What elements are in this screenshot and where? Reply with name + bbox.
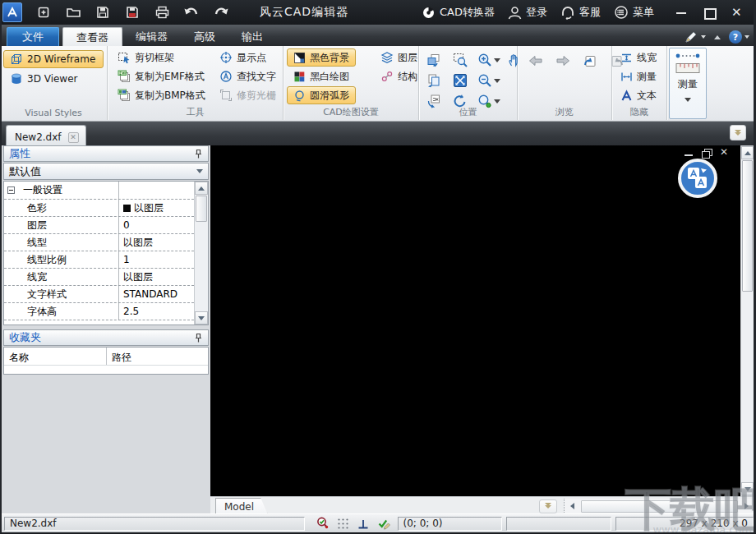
tab-file[interactable]: 文件 xyxy=(7,27,59,46)
canvas-scroll-left-button[interactable] xyxy=(565,499,579,513)
button-text-hide[interactable]: 文本 xyxy=(614,86,663,104)
group-cad-settings: 黑色背景 黑白绘图 圆滑弧形 图层 结构 CAD绘图设置 xyxy=(284,46,419,120)
print-icon[interactable] xyxy=(154,4,170,21)
property-row-linetype[interactable]: 线型 以图层 xyxy=(4,234,194,251)
button-trim-raster[interactable]: 修剪光栅 xyxy=(213,86,283,104)
previous-view-icon[interactable] xyxy=(580,51,600,71)
zoom-fit-icon[interactable] xyxy=(450,71,470,90)
tab-output[interactable]: 输出 xyxy=(228,27,276,46)
save-icon[interactable] xyxy=(94,4,111,21)
object-snap-icon[interactable] xyxy=(316,517,330,530)
tab-editor[interactable]: 编辑器 xyxy=(122,27,181,46)
login-button[interactable]: 登录 xyxy=(505,5,551,20)
scroll-down-button[interactable] xyxy=(195,311,208,325)
canvas-hscroll-thumb[interactable] xyxy=(581,500,738,513)
button-line-width[interactable]: 线宽 xyxy=(614,48,663,67)
mdi-restore-icon[interactable] xyxy=(702,148,712,158)
grid-snap-icon[interactable] xyxy=(337,518,349,530)
status-filename: New2.dxf xyxy=(4,517,305,531)
browse-back-icon[interactable] xyxy=(526,51,546,71)
measure-panel-button[interactable]: 测量 xyxy=(669,48,707,119)
new-file-icon[interactable] xyxy=(35,4,52,21)
button-find-text[interactable]: 查找文字 xyxy=(213,67,283,85)
document-tab-close-icon[interactable] xyxy=(68,132,79,143)
properties-scrollbar[interactable] xyxy=(194,182,208,325)
cad-converter-button[interactable]: CAD转换器 xyxy=(418,5,498,20)
minimize-button[interactable] xyxy=(675,7,687,18)
property-row-layer[interactable]: 图层 0 xyxy=(4,217,194,234)
canvas-scroll-right-button[interactable] xyxy=(740,499,754,513)
measure-panel-caret[interactable] xyxy=(685,98,691,102)
model-sheet-tab[interactable]: Model xyxy=(215,498,268,515)
group-label-position: 位置 xyxy=(419,106,517,118)
mdi-minimize-icon[interactable] xyxy=(684,148,694,158)
pin-icon[interactable] xyxy=(194,149,203,159)
properties-preset-combo[interactable]: 默认值 xyxy=(3,163,209,180)
tab-viewer[interactable]: 查看器 xyxy=(62,27,122,46)
button-2d-wireframe[interactable]: 2D Wireframe xyxy=(3,50,104,68)
tab-list-chevron-button[interactable] xyxy=(730,125,746,140)
button-layers[interactable]: 图层 xyxy=(374,48,424,67)
button-black-background[interactable]: 黑色背景 xyxy=(287,48,356,67)
status-empty-cell xyxy=(506,517,611,531)
help-icon[interactable] xyxy=(729,30,749,44)
customize-pencil-icon[interactable] xyxy=(685,30,706,44)
document-tab[interactable]: New2.dxf xyxy=(6,125,86,145)
button-measure-hide[interactable]: 测量 xyxy=(614,67,663,85)
save-as-pdf-icon[interactable] xyxy=(124,4,141,21)
button-cut-frame[interactable]: 剪切框架 xyxy=(111,48,181,67)
menu-button[interactable]: 菜单 xyxy=(611,5,657,20)
pin-icon[interactable] xyxy=(194,333,203,343)
support-button[interactable]: 客服 xyxy=(557,5,604,20)
status-bar: New2.dxf (0; 0; 0) 297 x 210 x 0 xyxy=(2,513,754,532)
redo-icon[interactable] xyxy=(213,4,229,21)
favorites-col-name[interactable]: 名称 xyxy=(4,348,107,365)
scrollbar-thumb[interactable] xyxy=(196,196,207,222)
maximize-button[interactable] xyxy=(703,7,715,18)
tab-advanced[interactable]: 高级 xyxy=(181,27,228,46)
canvas-vertical-scrollbar[interactable] xyxy=(740,145,754,496)
canvas-vscroll-thumb[interactable] xyxy=(742,160,753,292)
ortho-mode-icon[interactable] xyxy=(357,518,370,530)
scroll-up-button[interactable] xyxy=(195,182,208,195)
mdi-close-icon[interactable] xyxy=(720,148,731,158)
button-smooth-arc[interactable]: 圆滑弧形 xyxy=(287,86,356,104)
properties-table: 一般设置 色彩 以图层 图层 0 线型 以图层 线型比例 1 xyxy=(3,181,209,325)
button-3d-viewer[interactable]: 3D Viewer xyxy=(3,70,104,88)
zoom-window-icon[interactable] xyxy=(450,50,470,70)
button-copy-bmp[interactable]: 复制为BMP格式 xyxy=(111,86,212,104)
canvas-scroll-up-button[interactable] xyxy=(741,146,754,159)
canvas-scroll-down-button[interactable] xyxy=(741,482,754,495)
user-icon xyxy=(508,6,522,20)
canvas-horizontal-scrollbar[interactable] xyxy=(564,499,754,514)
draw-check-icon[interactable] xyxy=(377,518,391,530)
property-row-font-height[interactable]: 字体高 2.5 xyxy=(4,303,194,320)
browse-forward-icon[interactable] xyxy=(553,51,573,71)
sheet-list-button[interactable] xyxy=(539,499,557,513)
properties-group-row[interactable]: 一般设置 xyxy=(4,182,194,200)
app-window: 风云CAD编辑器 CAD转换器 登录 客服 菜单 xyxy=(0,0,756,534)
collapse-expander-icon[interactable] xyxy=(7,186,15,194)
converter-float-button[interactable] xyxy=(678,159,717,198)
bw-drawing-icon xyxy=(293,71,306,83)
button-bw-drawing[interactable]: 黑白绘图 xyxy=(287,67,356,85)
zoom-in-icon[interactable] xyxy=(473,50,505,70)
drawing-canvas[interactable] xyxy=(210,145,740,496)
property-row-text-style[interactable]: 文字样式 STANDARD xyxy=(4,286,194,303)
property-row-color[interactable]: 色彩 以图层 xyxy=(4,200,194,217)
close-button[interactable] xyxy=(731,7,743,18)
property-row-linetype-scale[interactable]: 线型比例 1 xyxy=(4,251,194,269)
rotate-view-icon[interactable] xyxy=(424,50,444,70)
layers-icon xyxy=(380,51,394,64)
button-copy-emf[interactable]: 复制为EMF格式 xyxy=(111,67,211,85)
undo-icon[interactable] xyxy=(183,4,200,21)
copy-view-icon[interactable] xyxy=(424,71,444,90)
collapse-ribbon-icon[interactable] xyxy=(714,35,721,39)
property-row-lineweight[interactable]: 线宽 以图层 xyxy=(4,269,194,286)
favorites-table: 名称 路径 xyxy=(3,347,209,375)
button-show-points[interactable]: 显示点 xyxy=(213,48,273,67)
favorites-col-path[interactable]: 路径 xyxy=(107,348,208,365)
open-folder-icon[interactable] xyxy=(65,4,81,21)
button-structure[interactable]: 结构 xyxy=(374,67,424,85)
zoom-out-icon[interactable] xyxy=(473,71,505,90)
